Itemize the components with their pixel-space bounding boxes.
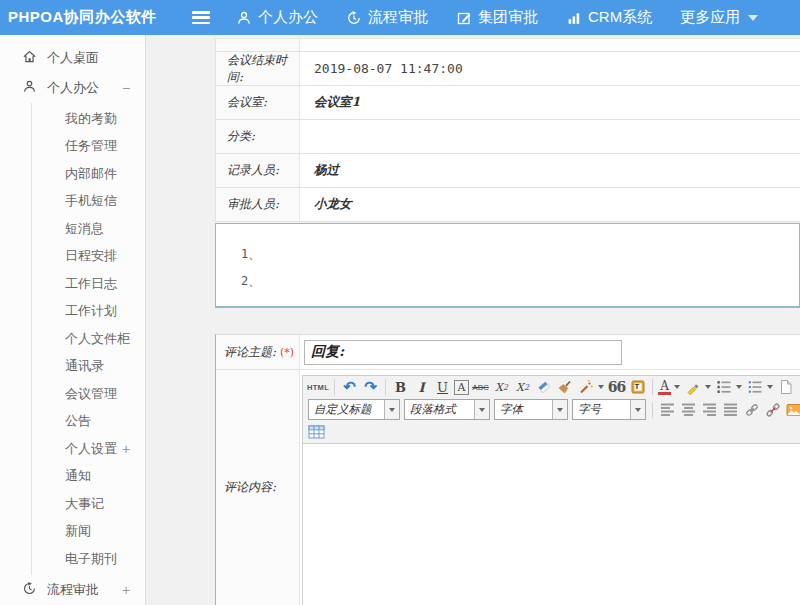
caret-down-icon[interactable]	[598, 385, 604, 389]
table-row-category: 分类:	[216, 120, 800, 154]
eraser-icon[interactable]	[534, 377, 553, 397]
superscript-button[interactable]: X2	[492, 377, 511, 397]
paragraph-format-dropdown[interactable]: 段落格式	[404, 399, 490, 420]
blockquote-button[interactable]: 66	[607, 377, 626, 397]
sidebar-item-notice[interactable]: 通知	[32, 463, 145, 491]
rich-text-editor: HTML ↶ ↷ B I U A ABC X2	[302, 375, 800, 605]
sidebar-item-internal-mail[interactable]: 内部邮件	[32, 160, 145, 188]
history-icon	[22, 581, 47, 599]
caret-down-icon[interactable]	[674, 385, 680, 389]
caret-down-icon	[748, 15, 758, 21]
font-family-dropdown[interactable]: 字体	[494, 399, 568, 420]
expand-icon[interactable]: +	[119, 441, 133, 457]
sidebar-item-personal-office[interactable]: 个人办公 −	[0, 73, 145, 103]
sidebar-item-ejournal[interactable]: 电子期刊	[32, 545, 145, 573]
comment-content-row: 评论内容: HTML ↶ ↷ B I	[216, 370, 800, 605]
sidebar-item-news[interactable]: 新闻	[32, 518, 145, 546]
meeting-notes-box: 1、 2、	[215, 223, 800, 308]
align-center-icon[interactable]	[679, 400, 698, 420]
sidebar-item-desktop[interactable]: 个人桌面	[0, 43, 145, 73]
unlink-icon[interactable]	[763, 400, 782, 420]
table-icon[interactable]	[307, 422, 326, 442]
sidebar-item-tasks[interactable]: 任务管理	[32, 133, 145, 161]
align-justify-icon[interactable]	[721, 400, 740, 420]
paste-plain-icon[interactable]: T	[628, 377, 647, 397]
expand-icon[interactable]: +	[119, 582, 133, 598]
align-right-icon[interactable]	[700, 400, 719, 420]
caret-down-icon	[384, 400, 399, 419]
sidebar-item-work-log[interactable]: 工作日志	[32, 270, 145, 298]
field-value	[300, 120, 800, 153]
sidebar-item-attendance[interactable]: 我的考勤	[32, 105, 145, 133]
link-icon[interactable]	[742, 400, 761, 420]
font-color-icon[interactable]: A	[658, 380, 671, 395]
field-label: 评论内容:	[216, 370, 300, 605]
nav-item-group-approval[interactable]: 集团审批	[456, 8, 538, 27]
sidebar-item-events[interactable]: 大事记	[32, 490, 145, 518]
editor-toolbar-row-2: 自定义标题 段落格式 字体 字号	[303, 398, 800, 421]
collapse-icon[interactable]: −	[119, 80, 133, 96]
strikethrough-button[interactable]: ABC	[471, 377, 490, 397]
nav-item-workflow-approval[interactable]: 流程审批	[346, 8, 428, 27]
caret-down-icon	[630, 400, 645, 419]
sidebar-item-meeting-mgmt[interactable]: 会议管理	[32, 380, 145, 408]
editor-content-area[interactable]	[303, 443, 800, 605]
nav-item-label: CRM系统	[588, 8, 652, 27]
ordered-list-icon[interactable]	[714, 377, 733, 397]
field-label: 审批人员:	[216, 188, 300, 221]
sidebar-item-announcement[interactable]: 公告	[32, 408, 145, 436]
sidebar-item-sms[interactable]: 手机短信	[32, 188, 145, 216]
field-value: 杨过	[300, 154, 800, 187]
unordered-list-icon[interactable]	[745, 377, 764, 397]
sidebar-item-schedule[interactable]: 日程安排	[32, 243, 145, 271]
bold-button[interactable]: B	[391, 377, 410, 397]
field-label: 记录人员:	[216, 154, 300, 187]
redo-icon[interactable]: ↷	[361, 377, 380, 397]
editor-toolbar-row-3	[303, 421, 800, 443]
image-icon[interactable]	[784, 400, 800, 420]
sidebar-item-contacts[interactable]: 通讯录	[32, 353, 145, 381]
highlight-icon[interactable]	[683, 377, 702, 397]
nav-item-more-apps[interactable]: 更多应用	[680, 8, 758, 27]
italic-button[interactable]: I	[412, 377, 431, 397]
sidebar-item-label: 流程审批	[47, 581, 119, 599]
field-value: 小龙女	[300, 188, 800, 221]
editor-toolbar-row-1: HTML ↶ ↷ B I U A ABC X2	[303, 376, 800, 398]
format-brush-icon[interactable]	[555, 377, 574, 397]
align-left-icon[interactable]	[658, 400, 677, 420]
nav-item-crm[interactable]: CRM系统	[566, 8, 652, 27]
sidebar-item-workflow[interactable]: 流程审批 +	[0, 575, 145, 605]
spacer	[215, 308, 800, 334]
home-icon	[22, 49, 47, 67]
sidebar-item-work-plan[interactable]: 工作计划	[32, 298, 145, 326]
sidebar-item-personal-settings[interactable]: 个人设置+	[32, 435, 145, 463]
meeting-detail-table: 会议结束时间: 2019-08-07 11:47:00 会议室: 会议室1 分类…	[215, 38, 800, 222]
menu-toggle-icon[interactable]	[192, 11, 210, 24]
magic-wand-icon[interactable]	[576, 377, 595, 397]
nav-item-personal-office[interactable]: 个人办公	[236, 8, 318, 27]
app-logo: PHPOA协同办公软件	[0, 8, 192, 27]
caret-down-icon[interactable]	[767, 385, 773, 389]
caret-down-icon[interactable]	[705, 385, 711, 389]
undo-icon[interactable]: ↶	[340, 377, 359, 397]
underline-button[interactable]: U	[433, 377, 452, 397]
person-icon	[22, 79, 47, 97]
sidebar-item-file-cabinet[interactable]: 个人文件柜	[32, 325, 145, 353]
note-line: 2、	[241, 268, 799, 295]
subscript-button[interactable]: X2	[513, 377, 532, 397]
comment-subject-row: 评论主题: (*)	[216, 335, 800, 370]
new-page-icon[interactable]	[776, 377, 795, 397]
sidebar-item-label: 个人办公	[47, 79, 119, 97]
caret-down-icon[interactable]	[736, 385, 742, 389]
html-source-button[interactable]: HTML	[307, 377, 329, 397]
heading-style-dropdown[interactable]: 自定义标题	[308, 399, 400, 420]
font-style-button[interactable]: A	[454, 380, 469, 395]
table-row-recorder: 记录人员: 杨过	[216, 154, 800, 188]
font-size-dropdown[interactable]: 字号	[572, 399, 646, 420]
field-value: 2019-08-07 11:47:00	[300, 52, 800, 85]
comment-subject-input[interactable]	[304, 340, 622, 365]
table-row-meeting-room: 会议室: 会议室1	[216, 86, 800, 120]
sidebar-item-short-message[interactable]: 短消息	[32, 215, 145, 243]
caret-down-icon	[552, 400, 567, 419]
nav-item-label: 个人办公	[258, 8, 318, 27]
